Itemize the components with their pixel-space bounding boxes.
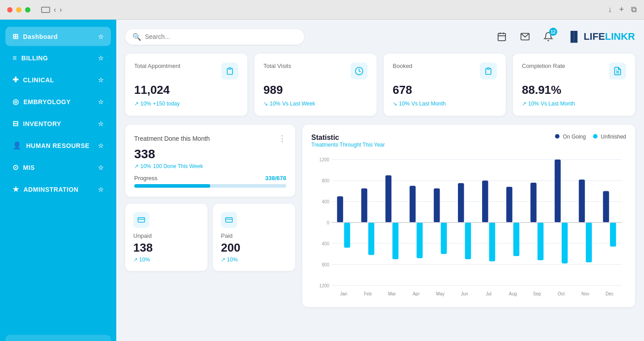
unpaid-label: Unpaid [133,232,199,239]
mac-copy-icon[interactable]: ⧉ [631,5,637,14]
stat-value-appointment: 11,024 [134,83,238,97]
search-input[interactable] [145,33,297,40]
mis-icon: ⊙ [13,163,19,172]
stat-change-pct-appointment: 10% [140,101,151,107]
svg-rect-30 [368,223,374,255]
search-icon: 🔍 [132,33,141,41]
svg-rect-44 [482,181,488,223]
svg-rect-39 [441,223,447,254]
sidebar-item-administration[interactable]: ★ ADMINSTRATION ☆ [5,180,111,199]
svg-text:0: 0 [327,220,330,225]
star-icon-embryology: ☆ [98,98,104,105]
main-content: 🔍 12 ▐▌ LIFELINKR [116,20,644,341]
calendar-icon[interactable] [494,29,510,45]
treatment-menu-icon[interactable]: ⋮ [278,134,286,143]
svg-rect-10 [226,218,233,223]
svg-rect-29 [361,189,368,223]
completion-icon [609,63,626,80]
sidebar-label-billing: BILLING [21,55,48,62]
stat-card-completion: Completion Rate 88.91% ↗ 10% Vs Last Mon… [513,54,635,116]
svg-rect-41 [458,183,464,223]
stat-value-completion: 88.91% [522,83,626,97]
arrow-down-icon-visits: ↘ [263,101,268,107]
mac-navigation: ‹ › [41,6,62,14]
svg-text:Nov: Nov [581,291,589,296]
treatment-card: Treatment Done this Month ⋮ 338 ↗ 10% 10… [125,125,295,197]
header: 🔍 12 ▐▌ LIFELINKR [125,29,635,45]
logo: ▐▌ LIFELINKR [567,31,635,42]
svg-text:400: 400 [322,241,329,246]
sidebar-item-dashboard[interactable]: ⊞ Dashboard ☆ [5,27,111,46]
chart-card: Statistic Treatments Throught This Year … [302,125,635,307]
mac-minimize[interactable] [16,7,21,13]
paid-icon [221,212,237,228]
sidebar-item-human-resource[interactable]: 👤 HUMAN RESOURSE ☆ [5,136,111,155]
sidebar-collapse-button[interactable]: Collapse » [5,335,111,341]
stat-label-booked: Booked [393,63,412,69]
mac-forward-button[interactable]: › [59,6,62,14]
svg-text:800: 800 [322,262,329,267]
stat-change-pct-completion: 10% [528,101,539,107]
sidebar: ⊞ Dashboard ☆ ≡ BILLING ☆ ✚ CLINICAL ☆ ◎… [0,20,116,341]
svg-rect-0 [498,34,506,41]
stats-row: Total Appointment 11,024 ↗ 10% +150 toda… [125,54,635,116]
mail-icon[interactable] [517,29,533,45]
sidebar-item-mis[interactable]: ⊙ MIS ☆ [5,158,111,177]
progress-section: Progress 338/678 [134,175,286,188]
mac-maximize[interactable] [25,7,30,13]
mac-titlebar: ‹ › ↓ + ⧉ [0,0,644,20]
stat-label-completion: Completion Rate [522,63,565,69]
stat-change-detail-appointment: +150 today [153,101,180,107]
mac-add-icon[interactable]: + [619,5,624,14]
svg-rect-53 [555,160,561,223]
svg-rect-51 [538,223,544,260]
inventory-icon: ⊟ [13,119,19,128]
sidebar-item-billing[interactable]: ≡ BILLING ☆ [5,49,111,67]
sidebar-item-embryology[interactable]: ◎ EMBRYOLOGY ☆ [5,92,111,111]
stat-change-booked: ↘ 10% Vs Last Month [393,101,497,107]
svg-text:1200: 1200 [319,283,330,288]
star-icon-billing: ☆ [98,55,104,62]
stat-change-pct-visits: 10% [270,101,280,107]
star-icon-dashboard: ☆ [98,33,104,40]
svg-text:Jun: Jun [461,291,468,296]
administration-icon: ★ [13,185,19,194]
mac-close[interactable] [7,7,13,13]
notification-icon[interactable]: 12 [540,29,556,45]
svg-rect-45 [489,223,496,261]
embryology-icon: ◎ [13,97,19,106]
appointment-icon [221,63,238,80]
sidebar-item-inventory[interactable]: ⊟ INVENTORY ☆ [5,114,111,133]
clinical-icon: ✚ [13,76,19,84]
chart-subtitle: Treatments Throught This Year [311,142,385,148]
svg-text:1200: 1200 [319,157,330,162]
visits-icon [351,63,368,80]
stat-change-pct-booked: 10% [399,101,410,107]
chart-title: Statistic [311,134,385,142]
booked-icon [480,63,497,80]
stat-change-detail-visits: Vs Last Week [282,101,315,107]
stat-change-completion: ↗ 10% Vs Last Month [522,101,626,107]
legend-unfinished: Unfinished [593,134,626,140]
billing-card-paid: Paid 200 ↗ 10% [213,204,295,271]
sidebar-label-administration: ADMINSTRATION [24,186,79,193]
svg-rect-8 [138,218,145,223]
search-bar[interactable]: 🔍 [125,29,304,45]
svg-text:May: May [436,291,445,296]
paid-value: 200 [221,241,287,255]
bottom-row: Treatment Done this Month ⋮ 338 ↗ 10% 10… [125,125,635,307]
notification-badge: 12 [549,28,557,36]
treatment-title: Treatment Done this Month [134,135,210,142]
svg-rect-26 [337,196,343,223]
svg-text:Jul: Jul [486,291,491,296]
mac-download-icon[interactable]: ↓ [608,5,612,14]
billing-row: Unpaid 138 ↗ 10% Paid 200 ↗ 10% [125,204,295,271]
legend-dot-unfinished [593,134,597,139]
unpaid-value: 138 [133,241,199,255]
sidebar-item-clinical[interactable]: ✚ CLINICAL ☆ [5,70,111,89]
svg-rect-38 [434,189,440,223]
svg-rect-60 [610,223,616,247]
svg-rect-48 [513,223,520,256]
svg-rect-36 [417,223,423,258]
mac-back-button[interactable]: ‹ [54,6,56,14]
